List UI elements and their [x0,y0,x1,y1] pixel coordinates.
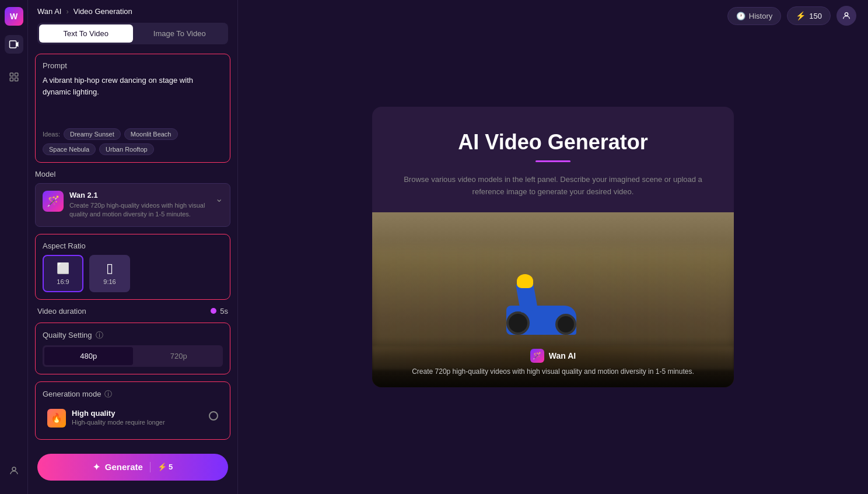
bike-body [506,306,576,335]
aspect-9-16-icon: ▯ [106,262,113,275]
hero-overlay: 🪄 Wan AI Create 720p high-quality videos… [372,337,734,387]
page-title: Video Generation [74,7,132,16]
svg-rect-1 [10,73,13,76]
hero-overlay-brand: 🪄 Wan AI [384,349,722,363]
idea-chip-urban-rooftop[interactable]: Urban Rooftop [99,143,154,155]
hero-text: AI Video Generator Browse various video … [372,107,734,212]
model-desc: Create 720p high-quality videos with hig… [69,201,209,219]
quality-720p[interactable]: 720p [135,345,223,367]
generation-mode-label: Generation mode [43,390,101,398]
history-button[interactable]: 🕐 History [727,7,781,25]
generate-spark-icon: ✦ [93,462,100,472]
generate-btn-row: ✦ Generate ⚡ 5 [28,447,237,488]
hero-description: Browse various video models in the left … [396,174,710,198]
user-avatar-button[interactable] [836,6,856,26]
hero-overlay-description: Create 720p high-quality videos with hig… [384,367,722,376]
credits-button[interactable]: ⚡ 150 [787,6,831,25]
svg-rect-0 [9,41,16,48]
brand-name: Wan AI [37,7,61,16]
generation-mode-info-icon: ⓘ [104,389,112,400]
breadcrumb-chevron: › [66,7,68,16]
generate-cost-value: 5 [169,463,173,471]
tab-text-to-video[interactable]: Text To Video [39,24,133,43]
prompt-label: Prompt [43,61,223,70]
svg-point-5 [12,467,16,471]
aspect-16-9-text: 16:9 [57,278,69,285]
model-chevron-icon: ⌄ [215,193,223,204]
sidebar-icon-video[interactable] [5,35,23,54]
hero-card: AI Video Generator Browse various video … [372,107,734,387]
rider-scene [495,271,611,341]
generation-mode-desc: High-quality mode require longer [72,419,203,426]
tab-image-to-video[interactable]: Image To Video [133,24,227,43]
hero-image-area: 🪄 Wan AI Create 720p high-quality videos… [372,212,734,387]
quality-label: Quailty Setting [43,331,92,339]
model-name: Wan 2.1 [69,191,209,199]
quality-480p[interactable]: 480p [44,347,133,365]
generation-mode-item[interactable]: 🔥 High quality High-quality mode require… [43,404,223,432]
hero-area: AI Video Generator Browse various video … [238,0,868,494]
ideas-label: Ideas: [43,131,60,138]
svg-point-6 [845,13,848,16]
generate-separator [150,462,150,472]
prompt-input[interactable]: A vibrant hip-hop crew dancing on stage … [43,75,223,121]
generate-cost: ⚡ 5 [158,463,173,471]
hero-overlay-brand-name: Wan AI [549,351,576,360]
duration-label: Video duration [37,307,86,316]
generation-mode-icon: 🔥 [47,409,66,428]
svg-rect-4 [15,78,18,81]
generation-mode-name: High quality [72,409,203,418]
generate-button[interactable]: ✦ Generate ⚡ 5 [37,454,228,481]
generate-bolt-icon: ⚡ [158,463,167,471]
hero-underline [536,160,570,162]
duration-row: Video duration 5s [35,307,230,316]
generation-mode-section: Generation mode ⓘ 🔥 High quality High-qu… [35,381,230,440]
header-bar: 🕐 History ⚡ 150 [716,0,868,31]
hero-scene: 🪄 Wan AI Create 720p high-quality videos… [372,212,734,387]
hero-title: AI Video Generator [396,130,710,155]
svg-rect-3 [10,78,13,81]
history-label: History [749,12,772,20]
quality-toggle: 480p 720p [43,345,223,367]
app-logo[interactable]: W [5,7,23,26]
aspect-16-9-icon: ⬜ [57,262,69,275]
duration-value: 5s [211,307,228,316]
breadcrumb: Wan AI › Video Generation [28,0,237,23]
idea-chip-moonlit-beach[interactable]: Moonlit Beach [124,128,178,140]
aspect-ratio-label: Aspect Ratio [43,241,223,250]
wheel-front [555,314,576,335]
model-card[interactable]: 🪄 Wan 2.1 Create 720p high-quality video… [35,183,230,227]
quality-info-icon: ⓘ [96,330,103,341]
sidebar-user-icon[interactable] [5,461,23,480]
idea-chip-space-nebula[interactable]: Space Nebula [43,143,96,155]
aspect-btn-9-16[interactable]: ▯ 9:16 [89,255,130,292]
aspect-btn-16-9[interactable]: ⬜ 16:9 [43,255,83,292]
history-clock-icon: 🕐 [736,12,746,20]
generate-label: Generate [105,462,143,472]
wheel-back [506,311,530,335]
model-info: Wan 2.1 Create 720p high-quality videos … [69,191,209,219]
left-panel: Wan AI › Video Generation Text To Video … [28,0,238,494]
quality-section: Quailty Setting ⓘ 480p 720p [35,323,230,374]
tab-bar: Text To Video Image To Video [37,23,228,44]
sidebar-rail: W [0,0,28,494]
hero-overlay-logo-icon: 🪄 [530,349,544,363]
generation-mode-radio[interactable] [209,411,218,421]
idea-chip-dreamy-sunset[interactable]: Dreamy Sunset [64,128,121,140]
generation-mode-info: High quality High-quality mode require l… [72,409,203,426]
model-section: Model 🪄 Wan 2.1 Create 720p high-quality… [35,170,230,227]
main-content: 🕐 History ⚡ 150 AI Video Generator Brows… [238,0,868,494]
duration-text: 5s [220,307,228,316]
aspect-options: ⬜ 16:9 ▯ 9:16 [43,255,223,292]
ideas-row: Ideas: Dreamy Sunset Moonlit Beach Space… [43,128,223,155]
prompt-section: Prompt A vibrant hip-hop crew dancing on… [35,54,230,163]
aspect-9-16-text: 9:16 [103,278,116,285]
credits-value: 150 [809,12,822,20]
sidebar-icon-grid[interactable] [5,68,23,86]
model-label: Model [35,170,230,178]
aspect-ratio-section: Aspect Ratio ⬜ 16:9 ▯ 9:16 [35,234,230,300]
rider-helmet [517,274,533,288]
svg-rect-2 [15,73,18,76]
credits-bolt-icon: ⚡ [796,11,806,20]
duration-dot [211,308,216,314]
